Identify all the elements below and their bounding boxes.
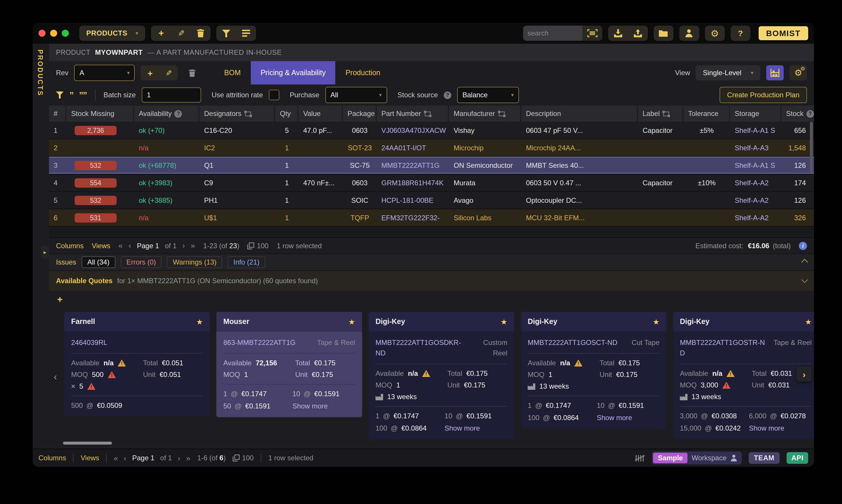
folder-button[interactable]	[654, 25, 673, 41]
attrition-checkbox[interactable]	[269, 90, 279, 100]
col-header-part-number[interactable]: Part Number	[377, 106, 449, 122]
export-button[interactable]	[628, 25, 648, 41]
storage-link[interactable]: Shelf-A-A1 S	[730, 161, 782, 169]
col-header-tolerance[interactable]: Tolerance	[683, 106, 730, 122]
show-more-link[interactable]: Show more	[293, 402, 355, 410]
page-size-control[interactable]: 100	[233, 454, 253, 462]
sidebar-tab-products[interactable]: PRODUCTS	[37, 50, 44, 96]
view-select[interactable]: Single-Level ▾	[696, 65, 760, 80]
help-circle-icon[interactable]: ?	[806, 110, 814, 118]
add-button[interactable]: +	[151, 25, 171, 41]
zoom-window-button[interactable]	[62, 30, 69, 37]
storage-link[interactable]: Shelf-A-A3	[730, 144, 782, 152]
issues-tab-all[interactable]: All (34)	[81, 256, 115, 268]
table-vertical-scrollbar[interactable]	[810, 122, 813, 173]
storage-link[interactable]: Shelf-A-A1 S	[730, 126, 782, 134]
help-circle-icon[interactable]: ?	[175, 110, 182, 118]
storage-link[interactable]: Shelf-A-A2	[730, 214, 782, 222]
entity-nav-dropdown[interactable]: PRODUCTS ▾	[79, 25, 145, 41]
first-page-icon[interactable]: «	[114, 454, 118, 462]
import-button[interactable]	[608, 25, 628, 41]
quote-card-digikey-1[interactable]: Digi-Key ★ MMBT2222ATT1GOSDKR-NDCustom R…	[369, 312, 514, 439]
issues-tab-errors[interactable]: Errors (0)	[120, 256, 161, 268]
part-number-link[interactable]: GRM188R61H474K	[377, 179, 449, 187]
rev-delete-button[interactable]	[184, 69, 200, 77]
col-header-stock-missing[interactable]: Stock Missing	[67, 106, 134, 122]
views-button[interactable]: Views	[92, 241, 110, 250]
quote-card-mouser[interactable]: Mouser ★ 863-MMBT2222ATT1GTape & Reel Av…	[216, 312, 362, 417]
col-header-package[interactable]: Package	[343, 106, 377, 122]
close-window-button[interactable]	[38, 30, 46, 37]
show-more-link[interactable]: Show more	[445, 424, 507, 432]
col-header-designators[interactable]: Designators	[199, 106, 275, 122]
col-header-manufacturer[interactable]: Manufacturer	[449, 106, 521, 122]
batch-size-input[interactable]	[142, 87, 201, 103]
col-header-index[interactable]: #	[49, 106, 67, 122]
table-row[interactable]: 4 554 ok (+3983) C9 1 470 nF±... 0603 GR…	[49, 174, 814, 192]
quote-part-number-link[interactable]: 2464039RL	[71, 337, 107, 348]
bomist-logo[interactable]: BOMIST	[759, 26, 808, 40]
col-header-value[interactable]: Value	[299, 106, 343, 122]
collapse-chevron-icon[interactable]	[802, 259, 808, 266]
part-number-link[interactable]: 24AA01T-I/OT	[377, 144, 449, 152]
list-view-button[interactable]	[236, 25, 256, 41]
delete-button[interactable]	[191, 25, 211, 41]
star-icon[interactable]: ★	[501, 317, 507, 326]
workspace-switcher[interactable]: Sample Workspace	[652, 452, 742, 464]
quote-icon[interactable]: ”	[69, 92, 73, 98]
search-input[interactable]	[523, 25, 582, 41]
rev-add-button[interactable]: +	[141, 65, 159, 80]
tab-pricing-availability[interactable]: Pricing & Availability	[251, 61, 336, 85]
create-production-plan-button[interactable]: Create Production Plan	[720, 87, 807, 103]
quote-card-digikey-3[interactable]: Digi-Key ★ MMBT2222ATT1GOSTR-NDTape & Re…	[673, 312, 814, 439]
storage-link[interactable]: Shelf-A-A2	[730, 179, 782, 187]
next-page-icon[interactable]: ›	[182, 241, 185, 250]
rev-select[interactable]: A ▾	[74, 65, 135, 81]
col-header-storage[interactable]: Storage	[730, 106, 782, 122]
next-page-icon[interactable]: ›	[178, 454, 180, 462]
quote-card-farnell[interactable]: Farnell ★ 2464039RL Availablen/a MOQ500 …	[64, 312, 210, 417]
tab-bom[interactable]: BOM	[214, 61, 251, 85]
user-button[interactable]	[679, 25, 699, 41]
edit-button[interactable]: ✎	[171, 25, 191, 41]
show-more-link[interactable]: Show more	[749, 424, 812, 432]
barcode-scan-button[interactable]	[582, 25, 602, 41]
part-number-link[interactable]: HCPL-181-00BE	[377, 196, 449, 204]
help-circle-icon[interactable]: ?	[444, 91, 451, 99]
purchase-select[interactable]: All ▾	[325, 87, 387, 103]
first-page-icon[interactable]: «	[118, 241, 122, 250]
carousel-right-button[interactable]: ›	[796, 366, 812, 382]
funnel-icon[interactable]	[56, 91, 64, 98]
quote-part-number-link[interactable]: 863-MMBT2222ATT1G	[223, 337, 296, 348]
quote-part-number-link[interactable]: MMBT2222ATT1GOSCT-ND	[528, 337, 617, 348]
star-icon[interactable]: ★	[196, 317, 203, 326]
quote-part-number-link[interactable]: MMBT2222ATT1GOSTR-ND	[680, 337, 769, 358]
table-row[interactable]: 5 532 ok (+3885) PH1 1 SOIC HCPL-181-00B…	[49, 192, 814, 209]
col-header-stock[interactable]: Stock?	[782, 106, 814, 122]
storage-view-button[interactable]	[766, 65, 784, 80]
quote-part-number-link[interactable]: MMBT2222ATT1GOSDKR-ND	[375, 337, 465, 358]
col-header-qty[interactable]: Qty	[275, 106, 299, 122]
info-icon[interactable]: i	[799, 241, 807, 250]
settings-button[interactable]: ⚙	[705, 25, 725, 41]
show-more-link[interactable]: Show more	[597, 414, 660, 422]
table-settings-button[interactable]: ⚙⚙	[790, 65, 807, 80]
part-number-link[interactable]: EFM32TG222F32-	[377, 214, 449, 222]
tally-icon[interactable]	[635, 454, 645, 462]
tab-production[interactable]: Production	[336, 61, 390, 85]
help-button[interactable]: ?	[731, 25, 751, 41]
quote-card-digikey-2[interactable]: Digi-Key ★ MMBT2222ATT1GOSCT-NDCut Tape …	[521, 312, 666, 429]
table-row[interactable]: 6 531 n/a U$1 1 TQFP EFM32TG222F32- Sili…	[49, 209, 814, 227]
stock-source-select[interactable]: Balance ▾	[457, 87, 519, 103]
api-button[interactable]: API	[787, 452, 808, 464]
table-row[interactable]: 1 2,736 ok (+70) C16-C20 5 47.0 pF... 06…	[49, 122, 814, 139]
add-quote-button[interactable]: +	[57, 294, 63, 305]
col-header-availability[interactable]: Availability?	[134, 106, 199, 122]
star-icon[interactable]: ★	[348, 317, 355, 326]
rev-edit-button[interactable]: ✎	[159, 65, 178, 80]
col-header-description[interactable]: Description	[521, 106, 638, 122]
part-number-link[interactable]: VJ0603A470JXACW	[377, 126, 449, 134]
filter-button[interactable]	[217, 25, 236, 41]
page-size-control[interactable]: 100	[247, 241, 268, 250]
last-page-icon[interactable]: »	[186, 454, 190, 462]
